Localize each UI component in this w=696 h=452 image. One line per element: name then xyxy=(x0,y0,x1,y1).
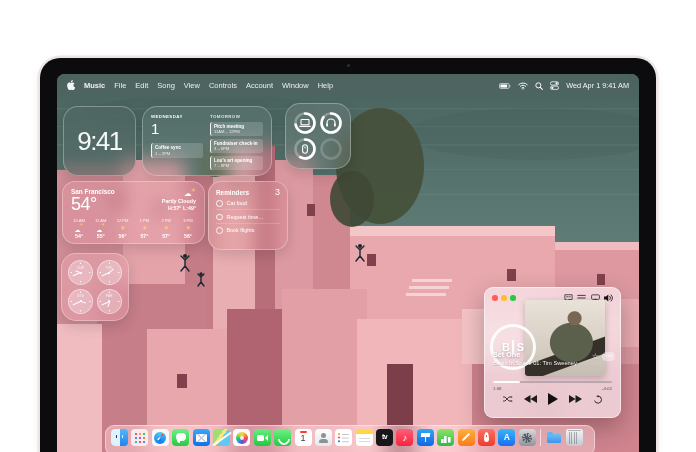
dock xyxy=(105,425,595,452)
dock-icon-finder[interactable] xyxy=(111,429,128,446)
menu-item-help[interactable]: Help xyxy=(318,81,333,90)
dock-icon-rocket[interactable] xyxy=(478,429,495,446)
weather-hour: 1 PM 57° xyxy=(136,218,152,239)
battery-ring-empty xyxy=(319,137,343,161)
laptop-icon xyxy=(300,120,310,127)
menu-item-controls[interactable]: Controls xyxy=(209,81,237,90)
dock-icon-maps[interactable] xyxy=(213,429,230,446)
play-icon[interactable] xyxy=(548,393,558,405)
dock-icon-downloads[interactable] xyxy=(546,429,563,446)
previous-icon[interactable] xyxy=(524,395,537,403)
calendar-tomorrow-label: TOMORROW xyxy=(210,114,263,119)
partly-cloudy-icon xyxy=(184,188,196,197)
clock-widget[interactable]: 9:41 xyxy=(63,106,136,176)
repeat-icon[interactable] xyxy=(593,395,603,404)
dock-icon-calendar[interactable] xyxy=(295,429,312,446)
reminders-title: Reminders xyxy=(216,189,249,196)
dock-icon-safari[interactable] xyxy=(152,429,169,446)
menu-item-window[interactable]: Window xyxy=(282,81,309,90)
window-controls xyxy=(492,295,516,301)
control-center-icon[interactable] xyxy=(550,81,559,90)
headphones-icon xyxy=(326,119,336,127)
reminder-checkbox[interactable] xyxy=(216,200,223,207)
dock-icon-launchpad[interactable] xyxy=(131,429,148,446)
calendar-day-name: WEDNESDAY xyxy=(151,114,203,119)
reminder-checkbox[interactable] xyxy=(216,227,223,234)
sun-icon xyxy=(118,224,127,232)
more-icon[interactable] xyxy=(602,352,615,361)
clock-face: CUP xyxy=(68,260,93,285)
dock-icon-photos[interactable] xyxy=(233,429,250,446)
dock-icon-numb ers[interactable] xyxy=(437,429,454,446)
calendar-event[interactable]: Pitch meeting 11AM – 12PM xyxy=(210,122,263,137)
calendar-event[interactable]: Fundraiser check-in 3 – 6PM xyxy=(210,139,263,154)
weather-hour: 11 AM 55° xyxy=(93,218,109,239)
marketing-backdrop: Music File Edit Song View Controls Accou… xyxy=(0,0,696,452)
close-button[interactable] xyxy=(492,295,498,301)
dock-icon-music[interactable] xyxy=(396,429,413,446)
dock-icon-system-settings[interactable] xyxy=(519,429,536,446)
battery-ring-mouse xyxy=(293,137,317,161)
weather-widget[interactable]: San Francisco 54° Partly Cloudy H:57° L:… xyxy=(62,181,205,244)
dock-icon-trash[interactable] xyxy=(566,429,583,446)
reminder-item[interactable]: Cat food xyxy=(216,197,280,210)
calendar-widget[interactable]: WEDNESDAY 1 Coffee sync 1 – 2PM TOMORROW… xyxy=(142,106,272,176)
world-clock-widget[interactable]: CUP TOK SYD PAR xyxy=(61,253,129,321)
reminders-count: 3 xyxy=(275,187,280,197)
calendar-event[interactable]: Coffee sync 1 – 2PM xyxy=(151,143,203,158)
dock-icon-facetime[interactable] xyxy=(254,429,271,446)
weather-temperature: 54° xyxy=(71,195,115,214)
clock-widget-time: 9:41 xyxy=(77,126,122,157)
dock-icon-reminders[interactable] xyxy=(335,429,352,446)
reminder-item[interactable]: Book flights xyxy=(216,224,280,236)
minimize-button[interactable] xyxy=(501,295,507,301)
spotlight-search-icon[interactable] xyxy=(535,82,543,90)
elapsed-time: 1:08 xyxy=(493,386,502,391)
menu-item-edit[interactable]: Edit xyxy=(135,81,148,90)
reminder-checkbox[interactable] xyxy=(216,214,223,221)
dock-icon-phone[interactable] xyxy=(274,429,291,446)
weather-hour: 10 AM 54° xyxy=(71,218,87,239)
dock-icon-messages[interactable] xyxy=(172,429,189,446)
dock-icon-pages[interactable] xyxy=(458,429,475,446)
dock-icon-app-store[interactable] xyxy=(498,429,515,446)
zoom-button[interactable] xyxy=(510,295,516,301)
dock-divider xyxy=(540,429,541,446)
weather-hour: 2 PM 57° xyxy=(158,218,174,239)
dock-icon-notes[interactable] xyxy=(356,429,373,446)
dock-icon-keynote[interactable] xyxy=(417,429,434,446)
dock-icon-contacts[interactable] xyxy=(315,429,332,446)
menu-bar-clock[interactable]: Wed Apr 1 9:41 AM xyxy=(566,81,629,90)
clock-face: TOK xyxy=(97,260,122,285)
macbook-frame: Music File Edit Song View Controls Accou… xyxy=(40,58,656,452)
progress-bar[interactable] xyxy=(493,381,612,383)
menu-item-file[interactable]: File xyxy=(114,81,126,90)
wifi-icon[interactable] xyxy=(518,82,528,90)
music-mini-player: B S Set One Beats In Space 01: Tim Sween… xyxy=(484,287,621,418)
reminders-widget[interactable]: Reminders 3 Cat food Request time… Book … xyxy=(208,181,288,250)
calendar-event[interactable]: Lou's art opening 7 – 8PM xyxy=(210,156,263,171)
progress-fill xyxy=(493,381,520,383)
track-subtitle: Beats In Space 01: Tim Sweeney xyxy=(493,360,594,366)
volume-icon[interactable] xyxy=(604,294,614,302)
menu-item-song[interactable]: Song xyxy=(157,81,175,90)
sun-icon xyxy=(183,224,192,232)
next-icon[interactable] xyxy=(569,395,582,403)
camera-dot xyxy=(347,64,350,67)
star-icon[interactable] xyxy=(592,352,599,361)
battery-icon[interactable] xyxy=(499,83,511,89)
dock-icon-mail[interactable] xyxy=(193,429,210,446)
menu-item-music[interactable]: Music xyxy=(84,81,105,90)
menu-bar: Music File Edit Song View Controls Accou… xyxy=(57,74,639,97)
sun-icon xyxy=(140,224,149,232)
batteries-widget[interactable] xyxy=(285,103,351,169)
menu-item-account[interactable]: Account xyxy=(246,81,273,90)
menu-item-view[interactable]: View xyxy=(184,81,200,90)
partly-cloudy-icon xyxy=(75,224,84,232)
dock-icon-tv[interactable] xyxy=(376,429,393,446)
apple-menu-icon[interactable] xyxy=(67,80,75,92)
reminder-item[interactable]: Request time… xyxy=(216,210,280,223)
weather-condition: Partly Cloudy xyxy=(162,198,196,204)
shuffle-icon[interactable] xyxy=(503,395,513,403)
clock-face: SYD xyxy=(68,289,93,314)
